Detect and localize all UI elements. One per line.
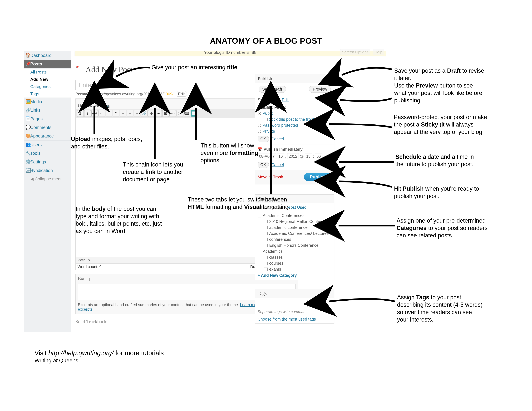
visibility-ok-button[interactable]: OK	[258, 136, 269, 142]
comment-icon: 💬	[26, 125, 29, 128]
keyboard-button[interactable]: ⌨	[184, 110, 190, 117]
publish-metabox: Publish Save Draft Preview Status: Draft…	[255, 74, 334, 184]
preview-button[interactable]: Preview	[309, 86, 331, 93]
quote-button[interactable]: ❝	[113, 110, 119, 117]
sidebar-sub-categories[interactable]: Categories	[24, 83, 71, 90]
sidebar-item-users[interactable]: 👥Users	[24, 140, 71, 149]
kitchen-sink-button[interactable]: ⊞	[162, 110, 169, 117]
annotation-body: In the body of the post you can type and…	[76, 205, 168, 235]
admin-sidebar: 🏠 Dashboard 📌 Posts All Posts Add New Ca…	[24, 51, 71, 332]
appearance-icon: 🎨	[26, 133, 29, 137]
category-item[interactable]: English Honors Conference	[264, 243, 332, 248]
publish-heading: Publish	[255, 74, 334, 83]
permalink-edit-button[interactable]: Edit	[176, 91, 187, 97]
italic-button[interactable]: I	[84, 110, 91, 117]
bold-button[interactable]: B	[77, 110, 84, 117]
top-right-tabs: Screen Options Help	[339, 51, 384, 54]
tags-heading: Tags	[255, 289, 334, 298]
document-title: ANATOMY OF A BLOG POST	[0, 36, 532, 46]
ol-button[interactable]: ≕	[105, 110, 112, 117]
blog-id-notice: Your blog's ID number is: 88 Screen Opti…	[75, 51, 386, 56]
category-item[interactable]: Academic Conferences	[258, 213, 332, 218]
annotation-link: This chain icon lets you create a link t…	[123, 161, 192, 183]
chart-button[interactable]: 📊	[191, 110, 197, 117]
category-item[interactable]: Academics	[258, 249, 332, 254]
strike-button[interactable]: ABC	[91, 110, 98, 117]
align-right-button[interactable]: ≡	[134, 110, 140, 117]
visibility-password[interactable]: Password protected	[258, 123, 332, 128]
permalink-row: Permalink: http://qcvoices.qwriting.org/…	[72, 91, 386, 97]
ul-button[interactable]: ≔	[98, 110, 105, 117]
fullscreen-button[interactable]: ⛶	[177, 110, 183, 117]
link-button[interactable]: 🔗	[141, 110, 148, 117]
sidebar-item-appearance[interactable]: 🎨Appearance	[24, 132, 71, 140]
tags-choose-link[interactable]: Choose from the most used tags	[258, 317, 332, 322]
sidebar-item-syndication[interactable]: 🔄Syndication	[24, 166, 71, 175]
label: Dashboard	[30, 53, 52, 58]
date-minute-input[interactable]: 06	[315, 153, 322, 159]
category-item[interactable]: exams	[264, 267, 332, 271]
category-item[interactable]: 2010 Regional Mellon Conference	[264, 219, 332, 224]
visibility-public[interactable]: Public	[258, 111, 332, 116]
radio-icon	[258, 130, 261, 133]
tags-metabox: Tags Add Separate tags with commas Choos…	[255, 289, 334, 324]
category-item[interactable]: classes	[264, 255, 332, 260]
sidebar-sub-all-posts[interactable]: All Posts	[24, 68, 71, 76]
screen-options-tab[interactable]: Screen Options	[340, 49, 370, 55]
spell-button[interactable]: ABC✓	[170, 110, 176, 117]
main-column: Your blog's ID number is: 88 Screen Opti…	[72, 51, 386, 324]
visibility-cancel-link[interactable]: Cancel	[271, 137, 284, 141]
sidebar-sub-add-new[interactable]: Add New	[24, 76, 71, 83]
more-button[interactable]: ⋯	[155, 110, 162, 117]
media-icon: 🖼️	[26, 99, 29, 103]
sidebar-item-links[interactable]: 🔗Links	[24, 106, 71, 115]
sidebar-item-dashboard[interactable]: 🏠 Dashboard	[24, 51, 71, 60]
help-tab[interactable]: Help	[373, 49, 384, 55]
date-day-input[interactable]: 16	[277, 153, 284, 159]
date-year-input[interactable]: 2012	[287, 153, 299, 159]
sidebar-item-pages[interactable]: 📄Pages	[24, 115, 71, 123]
move-to-trash-link[interactable]: Move to Trash	[258, 175, 283, 179]
sidebar-item-comments[interactable]: 💬Comments	[24, 123, 71, 132]
publish-immediately-label: 📅 Publish Immediately	[258, 147, 332, 152]
categories-list: Academic Conferences 2010 Regional Mello…	[255, 211, 334, 271]
notice-text: Your blog's ID number is: 88	[204, 51, 256, 54]
pushpin-icon: 📌	[76, 65, 84, 74]
visibility-sticky[interactable]: Stick this post to the front page	[264, 117, 332, 122]
word-count: Word count: 0	[77, 264, 102, 269]
tags-add-button[interactable]: Add	[310, 300, 323, 307]
date-hour-input[interactable]: 13	[305, 153, 312, 159]
category-item[interactable]: Academic Conferences/ Lectures	[264, 231, 332, 236]
status-edit-link[interactable]: Edit	[282, 97, 289, 102]
schedule-cancel-link[interactable]: Cancel	[271, 162, 284, 167]
home-icon: 🏠	[26, 53, 29, 56]
annotation-tabs: These two tabs let you switch between HT…	[188, 196, 294, 211]
category-item[interactable]: academic conference	[264, 225, 332, 230]
publish-button[interactable]: Publish	[304, 173, 332, 181]
category-item[interactable]: courses	[264, 261, 332, 266]
save-draft-button[interactable]: Save Draft	[259, 86, 286, 93]
align-center-button[interactable]: ≡	[127, 110, 133, 117]
settings-icon: ⚙️	[26, 159, 29, 163]
annotation-categories: Assign one of your pre-determined Catego…	[397, 217, 488, 239]
sidebar-item-posts[interactable]: 📌 Posts	[24, 60, 71, 68]
annotation-upload: Upload images, pdfs, docs, and other fil…	[71, 135, 147, 150]
category-item[interactable]: conferences	[264, 237, 332, 242]
visibility-private[interactable]: Private	[258, 129, 332, 134]
sidebar-item-tools[interactable]: 🔧Tools	[24, 149, 71, 158]
radio-icon	[258, 112, 261, 115]
sidebar-item-media[interactable]: 🖼️Media	[24, 97, 71, 106]
sidebar-sub-tags[interactable]: Tags	[24, 90, 71, 97]
unlink-button[interactable]: ⊘	[148, 110, 155, 117]
page-icon: 📄	[26, 116, 29, 120]
tags-separator-hint: Separate tags with commas	[258, 309, 332, 314]
radio-icon	[258, 124, 261, 127]
add-new-category-link[interactable]: + Add New Category	[255, 271, 334, 280]
annotation-schedule: Schedule a date and a time in the future…	[395, 153, 483, 168]
align-left-button[interactable]: ≡	[120, 110, 126, 117]
tags-input[interactable]	[258, 300, 308, 307]
collapse-menu[interactable]: ◀ Collapse menu	[24, 175, 71, 183]
sidebar-item-settings[interactable]: ⚙️Settings	[24, 158, 71, 166]
annotation-title: Give your post an interesting title.	[152, 64, 251, 71]
upload-media-icon[interactable]: 📷	[104, 103, 110, 108]
